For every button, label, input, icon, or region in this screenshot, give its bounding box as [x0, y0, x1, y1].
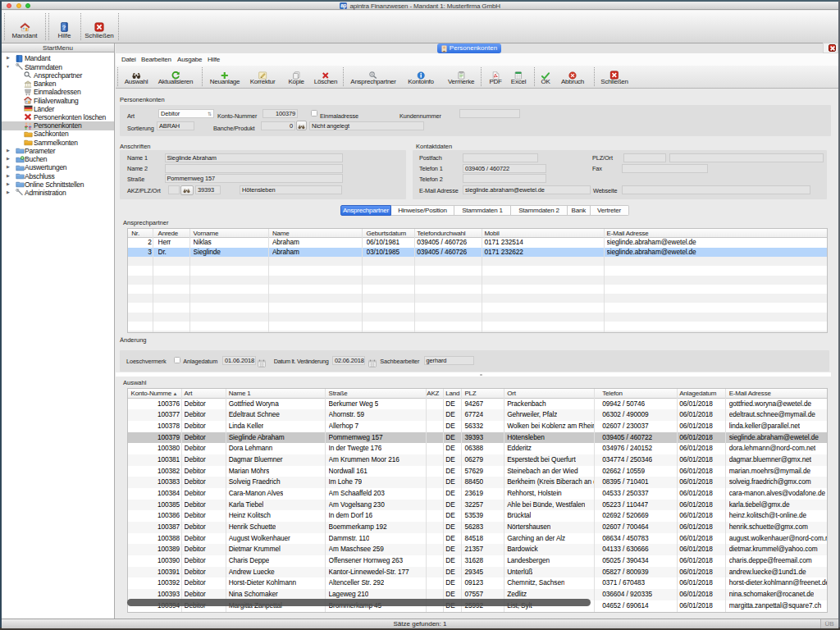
svg-text:?: ?	[62, 24, 66, 31]
